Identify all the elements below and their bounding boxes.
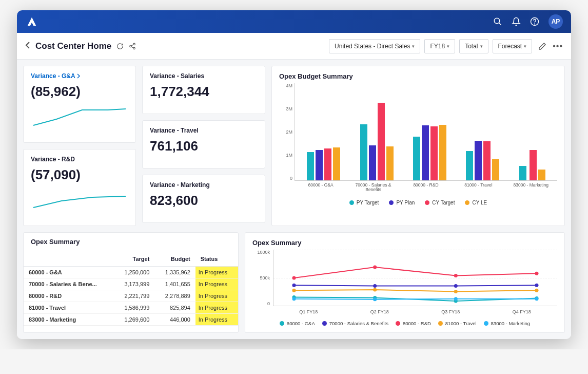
bar-group bbox=[307, 147, 340, 180]
chart-bar bbox=[538, 170, 545, 180]
legend-item[interactable]: 60000 - G&A bbox=[280, 321, 315, 326]
filter-scenario[interactable]: Forecast▾ bbox=[493, 39, 533, 53]
legend-dot-icon bbox=[322, 321, 327, 326]
legend-dot-icon bbox=[465, 200, 469, 205]
chart-bar bbox=[316, 150, 323, 180]
kpi-ga-sparkline bbox=[31, 105, 128, 128]
table-header-name bbox=[24, 252, 114, 267]
bar-chart-canvas bbox=[295, 83, 557, 181]
svg-line-1 bbox=[499, 23, 501, 25]
dashboard-upper: Variance - G&A (85,962) Variance - R&D (… bbox=[17, 60, 571, 232]
chart-bar bbox=[466, 151, 473, 180]
line-chart-legend: 60000 - G&A70000 - Salaries & Benefits80… bbox=[252, 321, 557, 326]
dashboard-lower: Opex Summary Target Budget Status 60000 … bbox=[17, 232, 571, 339]
chart-bar bbox=[378, 103, 385, 180]
bar-x-label: 81000 - Travel bbox=[460, 183, 496, 193]
kpi-marketing-title: Variance - Marketing bbox=[150, 181, 258, 189]
legend-item[interactable]: CY Target bbox=[425, 200, 455, 205]
legend-item[interactable]: PY Plan bbox=[389, 200, 415, 205]
opex-summary-table-card: Opex Summary Target Budget Status 60000 … bbox=[23, 232, 239, 333]
chart-point bbox=[292, 297, 296, 301]
help-icon[interactable] bbox=[530, 17, 539, 26]
share-icon[interactable] bbox=[129, 43, 136, 50]
chart-line bbox=[294, 267, 537, 278]
legend-dot-icon bbox=[349, 200, 354, 205]
chart-bar bbox=[492, 159, 499, 180]
filter-region-label: United States - Direct Sales bbox=[335, 43, 410, 50]
filter-total-label: Total bbox=[465, 43, 478, 50]
cell-target: 3,173,999 bbox=[114, 278, 154, 290]
legend-item[interactable]: 81000 - Travel bbox=[438, 321, 477, 326]
cell-name: 83000 - Marketing bbox=[24, 314, 114, 326]
legend-label: CY Target bbox=[432, 200, 455, 205]
chart-bar bbox=[519, 166, 526, 181]
filter-year[interactable]: FY18▾ bbox=[424, 39, 455, 53]
chart-point bbox=[454, 290, 458, 293]
table-header-target: Target bbox=[114, 252, 154, 267]
cell-status: In Progress bbox=[195, 278, 238, 290]
legend-item[interactable]: 80000 - R&D bbox=[396, 321, 431, 326]
more-menu-icon[interactable]: ••• bbox=[553, 42, 563, 51]
top-navbar: AP bbox=[17, 10, 571, 33]
table-row[interactable]: 80000 - R&D2,221,7992,278,889In Progress bbox=[24, 290, 238, 302]
legend-item[interactable]: 83000 - Marketing bbox=[484, 321, 531, 326]
chevron-down-icon: ▾ bbox=[412, 44, 415, 49]
bar-x-label: 80000 - R&D bbox=[408, 183, 444, 193]
chart-point bbox=[535, 289, 539, 292]
table-row[interactable]: 70000 - Salaries & Bene...3,173,9991,401… bbox=[24, 278, 238, 290]
bar-group bbox=[360, 103, 394, 180]
kpi-travel-value: 761,106 bbox=[150, 138, 258, 154]
bar-group bbox=[466, 141, 499, 180]
chart-bar bbox=[413, 137, 420, 180]
edit-icon[interactable] bbox=[536, 40, 548, 52]
filter-region[interactable]: United States - Direct Sales▾ bbox=[329, 39, 420, 53]
legend-item[interactable]: PY Target bbox=[349, 200, 379, 205]
chart-point bbox=[373, 266, 377, 269]
chart-bar bbox=[369, 145, 376, 180]
legend-item[interactable]: 70000 - Salaries & Benefits bbox=[322, 321, 388, 326]
notifications-icon[interactable] bbox=[512, 17, 521, 26]
kpi-rd-title: Variance - R&D bbox=[31, 156, 128, 163]
kpi-ga-title-link[interactable]: Variance - G&A bbox=[31, 72, 128, 80]
chart-line bbox=[294, 299, 537, 300]
legend-item[interactable]: CY LE bbox=[465, 200, 487, 205]
user-avatar[interactable]: AP bbox=[548, 14, 563, 29]
opex-budget-title: Opex Budget Summary bbox=[279, 72, 557, 80]
cell-target: 1,586,999 bbox=[114, 302, 154, 314]
line-x-label: Q3 FY18 bbox=[441, 309, 460, 314]
table-row[interactable]: 83000 - Marketing1,269,600446,000In Prog… bbox=[24, 314, 238, 326]
cell-status: In Progress bbox=[195, 302, 238, 314]
back-button[interactable] bbox=[25, 42, 30, 50]
kpi-card-ga: Variance - G&A (85,962) bbox=[23, 66, 136, 143]
table-row[interactable]: 60000 - G&A1,250,0001,335,962In Progress bbox=[24, 267, 238, 278]
legend-label: 70000 - Salaries & Benefits bbox=[329, 321, 388, 326]
cell-budget: 2,278,889 bbox=[154, 290, 195, 302]
chart-bar bbox=[360, 124, 367, 180]
kpi-marketing-value: 823,600 bbox=[150, 193, 258, 209]
refresh-icon[interactable] bbox=[116, 43, 124, 50]
table-header-status: Status bbox=[195, 252, 238, 267]
opex-summary-table: Target Budget Status 60000 - G&A1,250,00… bbox=[24, 252, 238, 326]
line-x-label: Q4 FY18 bbox=[513, 309, 531, 314]
chart-bar bbox=[324, 148, 331, 180]
search-icon[interactable] bbox=[493, 17, 502, 26]
chart-bar bbox=[483, 141, 491, 180]
opex-table-title: Opex Summary bbox=[24, 238, 238, 249]
cell-name: 81000 - Travel bbox=[24, 302, 114, 314]
opex-line-title: Opex Summary bbox=[252, 239, 557, 247]
bar-x-label: 83000 - Marketing bbox=[513, 183, 549, 193]
bar-chart-x-labels: 60000 - G&A70000 - Salaries & Benefits80… bbox=[295, 183, 557, 193]
cell-target: 1,269,600 bbox=[114, 314, 154, 326]
bar-x-label: 70000 - Salaries & Benefits bbox=[356, 183, 391, 193]
chart-point bbox=[535, 284, 539, 287]
kpi-card-marketing: Variance - Marketing 823,600 bbox=[142, 175, 265, 223]
brand-logo[interactable] bbox=[25, 15, 38, 28]
filter-total[interactable]: Total▾ bbox=[459, 39, 488, 53]
chevron-down-icon: ▾ bbox=[447, 44, 449, 49]
kpi-ga-title: Variance - G&A bbox=[31, 72, 75, 80]
table-row[interactable]: 81000 - Travel1,586,999825,894In Progres… bbox=[24, 302, 238, 314]
line-chart-x-labels: Q1 FY18Q2 FY18Q3 FY18Q4 FY18 bbox=[273, 309, 557, 314]
cell-name: 60000 - G&A bbox=[24, 267, 114, 278]
legend-dot-icon bbox=[389, 200, 394, 205]
svg-line-8 bbox=[131, 46, 133, 47]
